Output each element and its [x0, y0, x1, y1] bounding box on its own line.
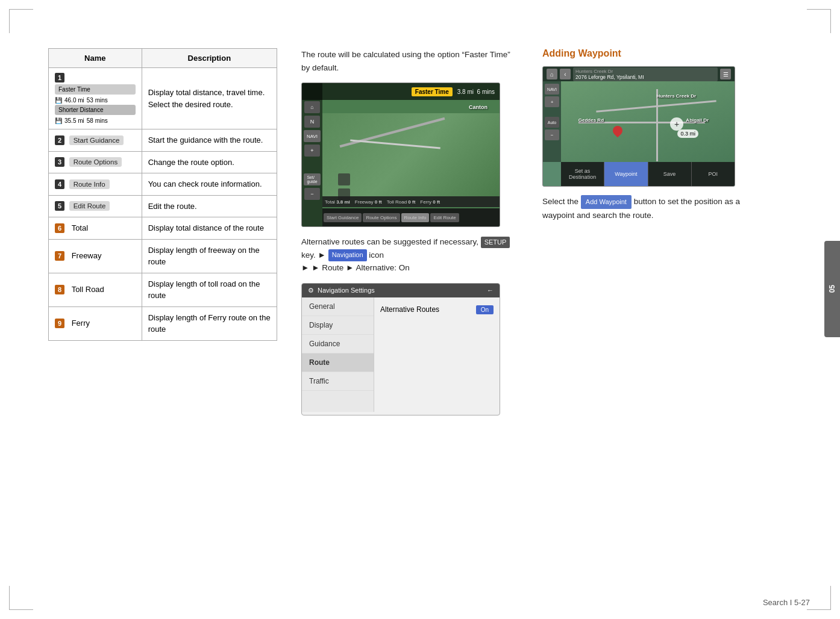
city-label: Canton — [469, 104, 487, 110]
toll-info: Toll Road 0 ft — [387, 199, 416, 205]
wp-menu-icon[interactable]: ☰ — [720, 69, 731, 79]
table-row: 6 Total Display total distance of the ro… — [49, 217, 277, 240]
desc-cell-7: Display length of freeway on the route — [142, 239, 277, 273]
wp-bottom-bar: Set as Destination Waypoint Save POI — [561, 162, 735, 186]
freeway-label: Freeway — [72, 251, 102, 260]
info-table: Name Description 1 Faster Time 💾46.0 mi5… — [48, 48, 277, 341]
nav-settings-right-panel: Alternative Routes On — [374, 297, 500, 412]
start-guidance-badge: Start Guidance — [69, 135, 124, 145]
total-label: Total — [72, 223, 88, 232]
wp-left-panel: NAVI + Auto − — [543, 81, 561, 162]
nav-settings-general[interactable]: General — [302, 297, 374, 316]
edit-route-badge: Edit Route — [69, 201, 110, 211]
table-row: 3 Route Options Change the route option. — [49, 151, 277, 173]
waypoint-description: Select the Add Waypoint button to set th… — [542, 195, 747, 223]
table-row: 4 Route Info You can check route informa… — [49, 173, 277, 196]
freeway-info: Freeway 0 ft — [355, 199, 382, 205]
name-cell-1: 1 Faster Time 💾46.0 mi53 mins Shorter Di… — [49, 68, 142, 129]
add-waypoint-btn[interactable]: Waypoint — [604, 162, 648, 186]
col-header-desc: Description — [142, 49, 277, 68]
wp-home-icon: ⌂ — [547, 69, 557, 79]
left-column: Name Description 1 Faster Time 💾46.0 mi5… — [48, 48, 277, 415]
nav-settings-display[interactable]: Display — [302, 316, 374, 335]
start-guidance-btn[interactable]: Start Guidance — [324, 213, 362, 222]
alt-routes-option: Alternative Routes On — [380, 302, 494, 317]
alt-routes-option-label: Alternative Routes — [380, 305, 439, 314]
chapter-tab: 05 — [824, 241, 840, 337]
total-info: Total 3.8 mi — [325, 199, 350, 205]
wp-address: Hunters Creek Dr 2076 Leforge Rd, Ypsila… — [573, 67, 718, 81]
edit-route-btn[interactable]: Edit Route — [430, 213, 459, 222]
route-options-btn[interactable]: Route Options — [363, 213, 400, 222]
table-row: 7 Freeway Display length of freeway on t… — [49, 239, 277, 273]
nav-badge: Navigation — [328, 249, 367, 261]
row-number-3: 3 — [55, 157, 64, 167]
col-header-name: Name — [49, 49, 142, 68]
row-number-9: 9 — [55, 319, 64, 328]
name-cell-7: 7 Freeway — [49, 239, 142, 273]
table-row: 5 Edit Route Edit the route. — [49, 195, 277, 217]
nav-settings-body: General Display Guidance Route Traffic A… — [302, 297, 500, 412]
name-cell-3: 3 Route Options — [49, 151, 142, 173]
wp-back-icon: ‹ — [560, 69, 571, 79]
nav-distance: 3.8 mi 6 mins — [457, 89, 495, 95]
row-number-2: 2 — [55, 135, 64, 145]
wp-top-bar: ⌂ ‹ Hunters Creek Dr 2076 Leforge Rd, Yp… — [543, 67, 735, 81]
nav-plus-btn[interactable]: + — [304, 145, 320, 157]
table-row: 1 Faster Time 💾46.0 mi53 mins Shorter Di… — [49, 68, 277, 129]
nav-n-btn: N — [304, 116, 320, 128]
nav-top-bar: Faster Time 3.8 mi 6 mins — [302, 83, 500, 100]
desc-cell-6: Display total distance of the route — [142, 217, 277, 240]
wp-plus-panel-btn[interactable]: + — [545, 96, 559, 107]
ferry-label: Ferry — [72, 319, 90, 328]
right-column: Adding Waypoint ⌂ ‹ Hunters Creek Dr 207… — [542, 48, 816, 415]
faster-time-badge: Faster Time — [55, 84, 136, 95]
intro-text: The route will be calculated using the o… — [301, 48, 518, 74]
row-number-5: 5 — [55, 201, 64, 211]
row-number-7: 7 — [55, 251, 64, 261]
road-label-1: Hunters Creek Dr — [656, 93, 696, 99]
alt-routes-on-badge[interactable]: On — [476, 305, 494, 314]
nav-settings-route[interactable]: Route — [302, 353, 374, 372]
poi-btn[interactable]: POI — [692, 162, 735, 186]
route-options-badge: Route Options — [69, 157, 122, 167]
name-cell-4: 4 Route Info — [49, 173, 142, 196]
nav-settings-left-menu: General Display Guidance Route Traffic — [302, 297, 374, 412]
chapter-number: 05 — [828, 285, 836, 293]
corner-decoration-tl — [9, 9, 33, 33]
route-info-btn[interactable]: Route Info — [401, 213, 430, 222]
nav-status-icon1 — [338, 173, 350, 185]
distance-row-top: 💾46.0 mi53 mins — [55, 97, 136, 104]
save-btn[interactable]: Save — [648, 162, 692, 186]
road-label-3: Abigail Dr — [686, 117, 709, 123]
waypoint-map-screenshot: ⌂ ‹ Hunters Creek Dr 2076 Leforge Rd, Yp… — [542, 66, 735, 187]
nav-settings-guidance[interactable]: Guidance — [302, 335, 374, 353]
desc-cell-4: You can check route information. — [142, 173, 277, 196]
table-row: 8 Toll Road Display length of toll road … — [49, 273, 277, 306]
row-number-6: 6 — [55, 223, 64, 233]
page-number: Search I 5-27 — [763, 598, 810, 607]
nav-settings-traffic[interactable]: Traffic — [302, 372, 374, 391]
name-cell-5: 5 Edit Route — [49, 195, 142, 217]
location-pin — [611, 123, 625, 137]
shorter-distance-badge: Shorter Distance — [55, 105, 136, 115]
nav-action-bar: Start Guidance Route Options Route Info … — [322, 208, 500, 226]
middle-column: The route will be calculated using the o… — [301, 48, 518, 415]
settings-back-icon[interactable]: ← — [487, 287, 494, 294]
nav-home-btn: ⌂ — [304, 101, 320, 113]
route-info-badge: Route Info — [69, 179, 110, 189]
row-number-1: 1 — [55, 73, 64, 82]
table-row: 2 Start Guidance Start the guidance with… — [49, 129, 277, 152]
nav-settings-header: ⚙ Navigation Settings ← — [302, 284, 500, 297]
set-destination-btn[interactable]: Set as Destination — [561, 162, 604, 186]
wp-minus-panel-btn[interactable]: − — [545, 129, 559, 140]
adding-waypoint-title: Adding Waypoint — [542, 48, 816, 59]
road-label-2: Geddes Rd — [578, 117, 604, 123]
corner-decoration-bl — [9, 586, 33, 610]
row-number-8: 8 — [55, 285, 64, 294]
table-row: 9 Ferry Display length of Ferry route on… — [49, 306, 277, 340]
setup-badge: SETUP — [481, 237, 510, 249]
distance-row-bottom: 💾35.5 mi58 mins — [55, 117, 136, 124]
wp-map-plus-icon[interactable]: + — [670, 117, 683, 131]
nav-minus-btn[interactable]: − — [304, 188, 320, 200]
